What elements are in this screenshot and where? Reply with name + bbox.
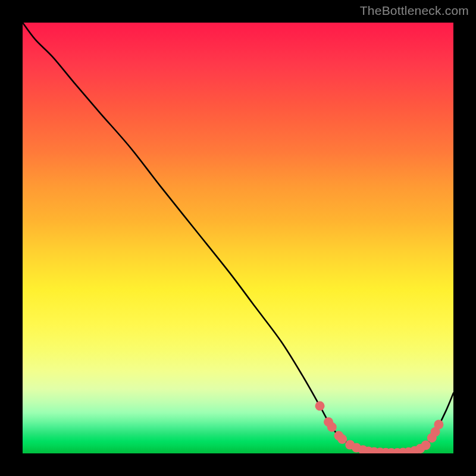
data-marker: [337, 434, 347, 444]
line-series-curve: [23, 23, 453, 453]
chart-svg: [23, 23, 453, 453]
data-marker: [421, 440, 431, 450]
marker-group: [315, 401, 444, 453]
plot-area: [23, 23, 453, 453]
watermark-label: TheBottleneck.com: [360, 4, 469, 18]
data-marker: [434, 419, 443, 429]
data-marker: [327, 422, 337, 432]
chart-frame: TheBottleneck.com: [0, 0, 476, 476]
data-marker: [315, 401, 325, 411]
